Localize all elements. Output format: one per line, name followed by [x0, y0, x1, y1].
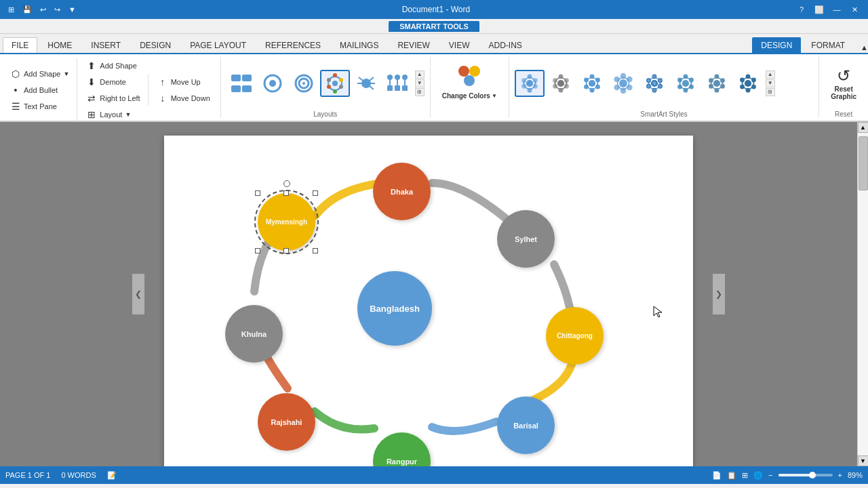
vertical-scrollbar[interactable]: ▲ ▼ — [857, 122, 868, 466]
node-barisal[interactable]: Barisal — [497, 396, 555, 454]
tab-smartart-format[interactable]: FORMAT — [802, 37, 854, 53]
tab-design[interactable]: DESIGN — [131, 37, 180, 53]
change-colors-button[interactable]: Change Colors ▼ — [436, 61, 503, 103]
layout-item-3[interactable] — [289, 70, 319, 97]
node-bangladesh[interactable]: Bangladesh — [357, 271, 432, 346]
undo-icon[interactable]: ↩ — [37, 4, 49, 16]
move-down-icon: ↓ — [157, 93, 168, 104]
svg-point-49 — [553, 78, 557, 83]
smartart-style-4[interactable] — [608, 70, 638, 97]
smartart-diagram[interactable]: Bangladesh Dhaka Mymensingh — [184, 142, 673, 461]
add-bullet-button[interactable]: • Add Bullet — [5, 83, 74, 98]
node-khulna[interactable]: Khulna — [225, 305, 283, 363]
svg-point-65 — [614, 76, 620, 82]
smartart-style-7[interactable] — [702, 70, 732, 97]
smartart-style-3[interactable] — [577, 70, 607, 97]
smartart-style-2[interactable] — [546, 70, 576, 97]
right-to-left-button[interactable]: ⇄ Right to Left — [81, 91, 144, 106]
create-graphic-content: ⬡ Add Shape ▼ • Add Bullet ☰ Text Pane ⬆… — [5, 57, 215, 123]
demote-button[interactable]: ⬇ Demote — [81, 75, 144, 89]
redo-icon[interactable]: ↪ — [52, 4, 63, 16]
view-reading-icon[interactable]: 📋 — [727, 471, 736, 480]
smartart-style-5[interactable] — [639, 70, 669, 97]
selection-handle-br[interactable] — [313, 248, 318, 253]
styles-expand[interactable]: ⊞ — [766, 88, 775, 96]
reset-graphic-button[interactable]: ↺ ResetGraphic — [825, 63, 863, 104]
styles-scroll-up[interactable]: ▲ — [766, 70, 775, 79]
scroll-up-button[interactable]: ▲ — [858, 122, 869, 133]
document-page: Bangladesh Dhaka Mymensingh — [164, 136, 693, 466]
window-title: Document1 - Word — [79, 5, 793, 14]
tab-file[interactable]: FILE — [3, 37, 37, 53]
page-left-arrow[interactable]: ❮ — [132, 274, 144, 314]
layouts-expand[interactable]: ⊞ — [415, 88, 425, 96]
layouts-scroll-down[interactable]: ▼ — [415, 79, 425, 87]
scroll-down-button[interactable]: ▼ — [858, 455, 869, 466]
move-up-button[interactable]: ↑ Move Up — [153, 75, 215, 89]
svg-point-13 — [333, 89, 337, 94]
layout-item-1[interactable] — [226, 70, 256, 97]
layout-item-4[interactable] — [320, 70, 350, 97]
smartart-styles-scroll: ▲ ▼ ⊞ — [766, 70, 775, 96]
selection-handle-tm[interactable] — [283, 190, 289, 196]
add-shape-button[interactable]: ⬡ Add Shape ▼ — [5, 66, 74, 81]
cursor-indicator — [652, 305, 666, 319]
layouts-scroll-up[interactable]: ▲ — [415, 70, 425, 79]
svg-point-61 — [627, 76, 633, 82]
close-button[interactable]: ✕ — [846, 3, 863, 16]
selection-handle-tl[interactable] — [255, 190, 260, 196]
ribbon-collapse-button[interactable]: ▲ — [861, 43, 868, 52]
move-down-button[interactable]: ↓ Move Down — [153, 91, 215, 106]
tab-mailings[interactable]: MAILINGS — [331, 37, 387, 53]
tab-insert[interactable]: INSERT — [82, 37, 130, 53]
help-button[interactable]: ? — [793, 3, 810, 16]
svg-point-5 — [269, 80, 276, 87]
node-mymensingh[interactable]: Mymensingh — [258, 193, 315, 251]
layout-item-6[interactable] — [382, 70, 412, 97]
tab-home[interactable]: HOME — [39, 37, 81, 53]
tab-add-ins[interactable]: ADD-INS — [479, 37, 530, 53]
styles-scroll-down[interactable]: ▼ — [766, 79, 775, 87]
tab-references[interactable]: REFERENCES — [256, 37, 330, 53]
smartart-style-6[interactable] — [671, 70, 701, 97]
tab-view[interactable]: VIEW — [440, 37, 479, 53]
node-rajshahi[interactable]: Rajshahi — [258, 393, 315, 451]
tab-page-layout[interactable]: PAGE LAYOUT — [181, 37, 255, 53]
quick-access-icon[interactable]: ▼ — [66, 4, 79, 15]
minimize-button[interactable]: — — [829, 3, 845, 16]
layout-item-5[interactable] — [351, 70, 381, 97]
smartart-styles-content: ▲ ▼ ⊞ — [515, 57, 813, 109]
text-pane-button[interactable]: ☰ Text Pane — [5, 99, 74, 114]
selection-handle-bm[interactable] — [283, 248, 289, 253]
page-right-arrow[interactable]: ❯ — [713, 274, 725, 314]
svg-point-70 — [658, 83, 663, 88]
promote-button[interactable]: ⬆ Add Shape — [81, 58, 144, 73]
node-chittagong[interactable]: Chittagong — [546, 307, 604, 365]
node-sylhet[interactable]: Sylhet — [497, 210, 555, 268]
view-web-icon[interactable]: 🌐 — [753, 471, 763, 480]
view-print-icon[interactable]: ⊞ — [742, 471, 748, 480]
tab-review[interactable]: REVIEW — [389, 37, 438, 53]
restore-button[interactable]: ⬜ — [811, 3, 827, 16]
smartart-style-8[interactable] — [733, 70, 763, 97]
save-icon[interactable]: 💾 — [20, 4, 35, 16]
zoom-slider[interactable] — [778, 474, 833, 476]
zoom-out-button[interactable]: − — [768, 471, 772, 479]
rotate-handle[interactable] — [283, 180, 290, 187]
node-rangpur[interactable]: Rangpur — [373, 432, 431, 466]
layout-item-2[interactable] — [258, 70, 288, 97]
layout-icon: ⊞ — [86, 109, 97, 120]
proofing-icon[interactable]: 📝 — [107, 471, 117, 480]
tab-smartart-design[interactable]: DESIGN — [752, 37, 801, 53]
layout-button[interactable]: ⊞ Layout ▼ — [81, 107, 144, 122]
zoom-in-button[interactable]: + — [838, 471, 842, 479]
scroll-thumb[interactable] — [859, 136, 868, 190]
selection-handle-tr[interactable] — [313, 190, 318, 196]
smartart-style-1[interactable] — [515, 70, 545, 97]
selection-handle-bl[interactable] — [255, 248, 260, 253]
svg-marker-99 — [654, 306, 662, 317]
view-normal-icon[interactable]: 📄 — [712, 471, 722, 480]
node-dhaka[interactable]: Dhaka — [373, 163, 431, 220]
svg-point-97 — [740, 77, 745, 82]
scroll-track[interactable] — [858, 133, 869, 455]
